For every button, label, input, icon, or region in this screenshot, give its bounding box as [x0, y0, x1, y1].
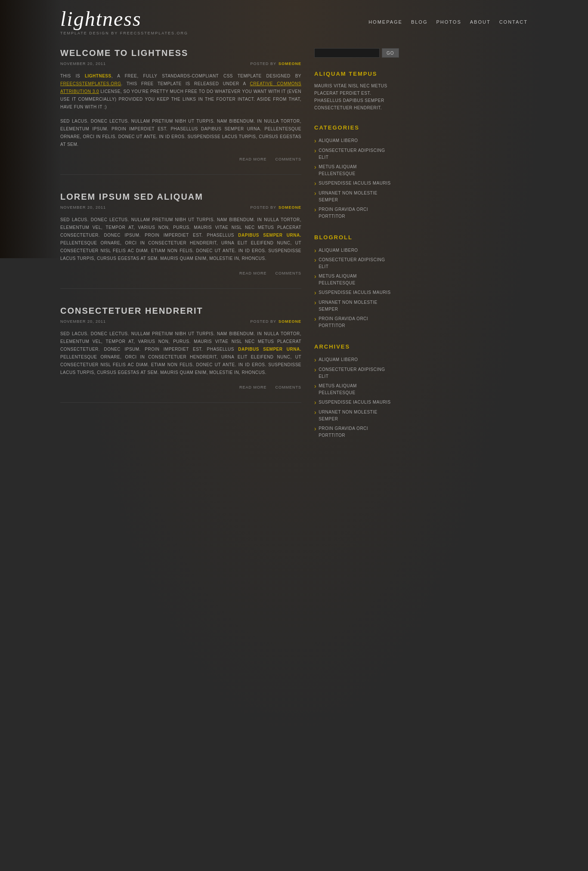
- article-3-author[interactable]: SOMEONE: [279, 319, 301, 324]
- nav-blog[interactable]: BLOG: [411, 19, 428, 25]
- article-1-comments[interactable]: COMMENTS: [275, 157, 302, 161]
- blogroll-link-5[interactable]: URNANET NON MOLESTIE SEMPER: [319, 299, 394, 313]
- sidebar-archives-section: ARCHIVES ALIQUAM LIBERO CONSECTETUER ADI…: [314, 343, 394, 440]
- article-1: WELCOME TO LIGHTNESS NOVEMBER 20, 2011 P…: [60, 48, 301, 175]
- sidebar-blogroll-list: ALIQUAM LIBERO CONSECTETUER ADIPISCING E…: [314, 246, 394, 331]
- list-item: PROIN GRAVIDA ORCI PORTTITOR: [314, 205, 394, 221]
- list-item: SUSPENDISSE IACULIS MAURIS: [314, 179, 394, 188]
- article-3-body: SED LACUS. DONEC LECTUS. NULLAM PRETIUM …: [60, 330, 301, 377]
- list-item: URNANET NON MOLESTIE SEMPER: [314, 298, 394, 314]
- blogroll-link-2[interactable]: CONSECTETUER ADIPISCING ELIT: [319, 256, 394, 270]
- category-link-1[interactable]: ALIQUAM LIBERO: [319, 137, 358, 144]
- archives-link-2[interactable]: CONSECTETUER ADIPISCING ELIT: [319, 366, 394, 380]
- list-item: METUS ALIQUAM PELLENTESQUE: [314, 272, 394, 288]
- list-item: CONSECTETUER ADIPISCING ELIT: [314, 255, 394, 272]
- logo-area: lightness TEMPLATE DESIGN BY FREECSSTEMP…: [60, 9, 188, 35]
- list-item: METUS ALIQUAM PELLENTESQUE: [314, 381, 394, 398]
- article-3-read-more[interactable]: READ MORE: [239, 385, 267, 389]
- article-1-footer: READ MORE COMMENTS: [60, 155, 301, 161]
- archives-link-3[interactable]: METUS ALIQUAM PELLENTESQUE: [319, 383, 394, 396]
- category-link-5[interactable]: URNANET NON MOLESTIE SEMPER: [319, 190, 394, 204]
- article-3-title: CONSECTETUER HENDRERIT: [60, 306, 301, 316]
- blogroll-link-3[interactable]: METUS ALIQUAM PELLENTESQUE: [319, 273, 394, 287]
- category-link-2[interactable]: CONSECTETUER ADIPISCING ELIT: [319, 147, 394, 161]
- article-3-meta: NOVEMBER 20, 2011 POSTED BY SOMEONE: [60, 319, 301, 324]
- list-item: URNANET NON MOLESTIE SEMPER: [314, 188, 394, 205]
- sidebar-categories-list: ALIQUAM LIBERO CONSECTETUER ADIPISCING E…: [314, 136, 394, 221]
- sidebar-aliquam-heading: ALIQUAM TEMPUS: [314, 71, 394, 77]
- article-1-body: THIS IS LIGHTNESS, A FREE, FULLY STANDAR…: [60, 72, 301, 111]
- article-2: LOREM IPSUM SED ALIQUAM NOVEMBER 20, 201…: [60, 192, 301, 289]
- article-3-footer: READ MORE COMMENTS: [60, 383, 301, 389]
- sidebar-archives-list: ALIQUAM LIBERO CONSECTETUER ADIPISCING E…: [314, 355, 394, 440]
- nav-contact[interactable]: CONTACT: [499, 19, 528, 25]
- blogroll-link-1[interactable]: ALIQUAM LIBERO: [319, 247, 358, 254]
- article-1-author[interactable]: SOMEONE: [279, 62, 301, 66]
- article-3: CONSECTETUER HENDRERIT NOVEMBER 20, 2011…: [60, 306, 301, 403]
- archives-link-4[interactable]: SUSPENDISSE IACULIS MAURIS: [319, 399, 390, 406]
- main-nav: HOMEPAGE BLOG PHOTOS ABOUT CONTACT: [368, 19, 528, 25]
- list-item: PROIN GRAVIDA ORCI PORTTITOR: [314, 424, 394, 440]
- article-1-date: NOVEMBER 20, 2011: [60, 62, 106, 66]
- search-input[interactable]: [314, 48, 380, 58]
- sidebar-blogroll-heading: BLOGROLL: [314, 234, 394, 241]
- list-item: ALIQUAM LIBERO: [314, 246, 394, 256]
- article-1-read-more[interactable]: READ MORE: [239, 157, 267, 161]
- article-2-meta: NOVEMBER 20, 2011 POSTED BY SOMEONE: [60, 205, 301, 210]
- sidebar-aliquam-section: ALIQUAM TEMPUS MAURIS VITAE NISL NEC MET…: [314, 71, 394, 111]
- article-1-meta: NOVEMBER 20, 2011 POSTED BY SOMEONE: [60, 62, 301, 66]
- article-2-read-more[interactable]: READ MORE: [239, 271, 267, 275]
- article-1-highlight-lightness: LIGHTNESS: [85, 74, 111, 78]
- article-2-highlight: DAPIBUS SEMPER URNA.: [238, 233, 301, 238]
- tagline: TEMPLATE DESIGN BY FREECSSTEMPLATES.ORG: [60, 31, 188, 35]
- list-item: SUSPENDISSE IACULIS MAURIS: [314, 288, 394, 298]
- list-item: METUS ALIQUAM PELLENTESQUE: [314, 162, 394, 179]
- list-item: URNANET NON MOLESTIE SEMPER: [314, 408, 394, 424]
- article-1-body2: SED LACUS. DONEC LECTUS. NULLAM PRETIUM …: [60, 117, 301, 148]
- main-wrapper: WELCOME TO LIGHTNESS NOVEMBER 20, 2011 P…: [0, 40, 588, 462]
- sidebar-categories-heading: CATEGORIES: [314, 124, 394, 131]
- article-2-comments[interactable]: COMMENTS: [275, 271, 302, 275]
- list-item: SUSPENDISSE IACULIS MAURIS: [314, 398, 394, 408]
- article-2-author-area: POSTED BY SOMEONE: [250, 205, 301, 210]
- sidebar-aliquam-text: MAURIS VITAE NISL NEC METUS PLACERAT PER…: [314, 82, 394, 111]
- list-item: CONSECTETUER ADIPISCING ELIT: [314, 365, 394, 381]
- archives-link-6[interactable]: PROIN GRAVIDA ORCI PORTTITOR: [319, 425, 394, 439]
- archives-link-5[interactable]: URNANET NON MOLESTIE SEMPER: [319, 409, 394, 423]
- list-item: PROIN GRAVIDA ORCI PORTTITOR: [314, 314, 394, 330]
- category-link-3[interactable]: METUS ALIQUAM PELLENTESQUE: [319, 164, 394, 177]
- sidebar: GO ALIQUAM TEMPUS MAURIS VITAE NISL NEC …: [314, 48, 394, 453]
- list-item: ALIQUAM LIBERO: [314, 355, 394, 365]
- article-2-title: LOREM IPSUM SED ALIQUAM: [60, 192, 301, 202]
- blogroll-link-6[interactable]: PROIN GRAVIDA ORCI PORTTITOR: [319, 315, 394, 329]
- article-1-link-freecss[interactable]: FREECSSTEMPLATES.ORG: [60, 81, 121, 86]
- list-item: ALIQUAM LIBERO: [314, 136, 394, 146]
- sidebar-archives-heading: ARCHIVES: [314, 343, 394, 350]
- sidebar-search-form: GO: [314, 48, 394, 58]
- nav-homepage[interactable]: HOMEPAGE: [368, 19, 402, 25]
- archives-link-1[interactable]: ALIQUAM LIBERO: [319, 356, 358, 363]
- list-item: CONSECTETUER ADIPISCING ELIT: [314, 146, 394, 162]
- blogroll-link-4[interactable]: SUSPENDISSE IACULIS MAURIS: [319, 289, 390, 296]
- article-1-title: WELCOME TO LIGHTNESS: [60, 48, 301, 58]
- category-link-6[interactable]: PROIN GRAVIDA ORCI PORTTITOR: [319, 206, 394, 220]
- header: lightness TEMPLATE DESIGN BY FREECSSTEMP…: [0, 0, 588, 40]
- article-3-highlight: DAPIBUS SEMPER URNA.: [238, 347, 301, 352]
- search-button[interactable]: GO: [382, 48, 399, 58]
- category-link-4[interactable]: SUSPENDISSE IACULIS MAURIS: [319, 180, 390, 187]
- sidebar-categories-section: CATEGORIES ALIQUAM LIBERO CONSECTETUER A…: [314, 124, 394, 221]
- article-3-comments[interactable]: COMMENTS: [275, 385, 302, 389]
- content-area: WELCOME TO LIGHTNESS NOVEMBER 20, 2011 P…: [60, 48, 301, 453]
- article-3-date: NOVEMBER 20, 2011: [60, 319, 106, 324]
- sidebar-blogroll-section: BLOGROLL ALIQUAM LIBERO CONSECTETUER ADI…: [314, 234, 394, 331]
- article-3-author-area: POSTED BY SOMEONE: [250, 319, 301, 324]
- article-2-footer: READ MORE COMMENTS: [60, 269, 301, 275]
- nav-about[interactable]: ABOUT: [470, 19, 491, 25]
- article-2-author[interactable]: SOMEONE: [279, 205, 301, 210]
- article-2-body: SED LACUS. DONEC LECTUS. NULLAM PRETIUM …: [60, 216, 301, 263]
- site-title[interactable]: lightness: [60, 9, 188, 29]
- nav-photos[interactable]: PHOTOS: [436, 19, 461, 25]
- article-1-author-area: POSTED BY SOMEONE: [250, 62, 301, 66]
- article-2-date: NOVEMBER 20, 2011: [60, 205, 106, 210]
